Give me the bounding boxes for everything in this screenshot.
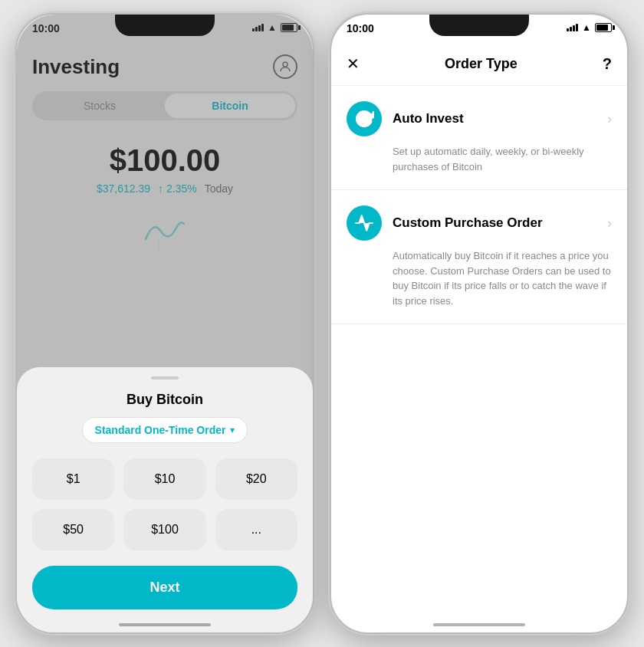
order-type-header: ✕ Order Type ? (331, 48, 627, 86)
amount-grid: $1 $10 $20 $50 $100 ... (32, 458, 297, 550)
wifi-icon-2: ▲ (582, 22, 591, 33)
auto-invest-left: Auto Invest (347, 101, 464, 136)
battery-icon-2 (595, 23, 612, 32)
next-button[interactable]: Next (32, 566, 297, 609)
order-type-button[interactable]: Standard One-Time Order ▾ (82, 417, 248, 443)
close-button[interactable]: ✕ (347, 54, 360, 73)
sheet-title: Buy Bitcoin (32, 392, 297, 408)
custom-order-left: Custom Purchase Order (347, 205, 543, 241)
amount-10-button[interactable]: $10 (123, 458, 205, 500)
custom-order-desc: Automatically buy Bitcoin if it reaches … (347, 248, 612, 308)
custom-order-icon (347, 205, 382, 241)
auto-invest-label: Auto Invest (393, 111, 464, 126)
amount-100-button[interactable]: $100 (123, 509, 205, 550)
auto-invest-icon (347, 101, 382, 136)
amount-1-button[interactable]: $1 (32, 458, 114, 500)
order-type-label: Standard One-Time Order (95, 424, 226, 436)
chevron-down-icon: ▾ (230, 425, 235, 435)
custom-order-row: Custom Purchase Order › (347, 205, 612, 241)
phones-container: 10:00 ▲ Investing (15, 13, 629, 634)
custom-order-chevron: › (607, 215, 612, 232)
bottom-sheet: Buy Bitcoin Standard One-Time Order ▾ $1… (17, 367, 313, 632)
phone-2: 10:00 ▲ ✕ Order Type ? (330, 13, 629, 634)
auto-invest-chevron: › (607, 111, 612, 127)
status-bar-2: 10:00 ▲ (331, 15, 627, 48)
sheet-handle (151, 376, 179, 379)
status-icons-2: ▲ (567, 22, 612, 33)
custom-order-option[interactable]: Custom Purchase Order › Automatically bu… (331, 190, 627, 324)
auto-invest-row: Auto Invest › (347, 101, 612, 136)
amount-50-button[interactable]: $50 (32, 509, 114, 550)
help-button[interactable]: ? (603, 55, 612, 73)
phone-1: 10:00 ▲ Investing (15, 13, 314, 634)
auto-invest-desc: Set up automatic daily, weekly, or bi-we… (347, 144, 612, 174)
home-indicator-2 (433, 623, 525, 626)
custom-order-label: Custom Purchase Order (393, 215, 543, 231)
auto-invest-option[interactable]: Auto Invest › Set up automatic daily, we… (331, 86, 627, 190)
amount-20-button[interactable]: $20 (215, 458, 297, 500)
home-indicator-1 (119, 623, 211, 626)
signal-icon-2 (567, 24, 578, 31)
amount-more-button[interactable]: ... (215, 509, 297, 550)
header-title: Order Type (445, 56, 518, 72)
time-2: 10:00 (347, 22, 374, 34)
